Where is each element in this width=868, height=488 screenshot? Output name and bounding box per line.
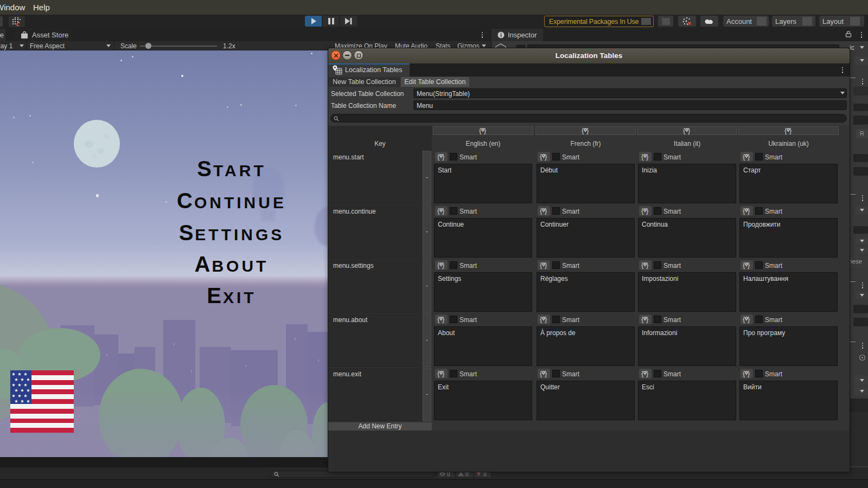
svg-text:}: }: [442, 369, 445, 377]
svg-text:}: }: [646, 315, 649, 323]
svg-text:}: }: [545, 152, 547, 160]
svg-text:{: {: [641, 315, 644, 323]
svg-text:}: }: [586, 126, 589, 134]
svg-text:{: {: [641, 207, 644, 215]
svg-text:}: }: [442, 152, 445, 160]
svg-text:{: {: [641, 261, 644, 269]
svg-text:{: {: [479, 126, 482, 134]
svg-text:{: {: [437, 261, 440, 269]
svg-text:}: }: [545, 369, 547, 377]
svg-text:{: {: [437, 315, 440, 323]
svg-text:{: {: [540, 261, 542, 269]
svg-text:}: }: [748, 315, 750, 323]
svg-text:{: {: [540, 315, 542, 323]
svg-text:}: }: [646, 152, 649, 160]
svg-text:}: }: [748, 261, 750, 269]
svg-text:}: }: [442, 261, 445, 269]
svg-text:{: {: [743, 152, 745, 160]
svg-text:}: }: [748, 207, 750, 215]
svg-text:{: {: [743, 369, 745, 377]
svg-text:}: }: [442, 207, 445, 215]
svg-text:}: }: [646, 261, 649, 269]
svg-text:}: }: [484, 126, 487, 134]
svg-text:{: {: [437, 207, 440, 215]
svg-text:{: {: [743, 261, 745, 269]
svg-text:{: {: [784, 126, 787, 134]
svg-text:{: {: [641, 369, 644, 377]
svg-text:}: }: [646, 207, 649, 215]
svg-text:{: {: [641, 152, 644, 160]
svg-text:}: }: [789, 126, 792, 134]
svg-text:{: {: [743, 315, 745, 323]
svg-text:{: {: [540, 207, 542, 215]
svg-text:{: {: [743, 207, 745, 215]
svg-text:}: }: [545, 207, 547, 215]
svg-text:}: }: [545, 315, 547, 323]
svg-text:}: }: [748, 152, 750, 160]
svg-text:}: }: [646, 369, 649, 377]
svg-text:{: {: [437, 369, 440, 377]
svg-text:}: }: [442, 315, 445, 323]
svg-text:{: {: [582, 126, 584, 134]
svg-text:}: }: [748, 369, 750, 377]
svg-text:{: {: [540, 369, 542, 377]
svg-text:}: }: [688, 126, 691, 134]
svg-text:{: {: [437, 152, 440, 160]
svg-text:{: {: [540, 152, 542, 160]
svg-text:}: }: [545, 261, 547, 269]
svg-text:{: {: [683, 126, 686, 134]
